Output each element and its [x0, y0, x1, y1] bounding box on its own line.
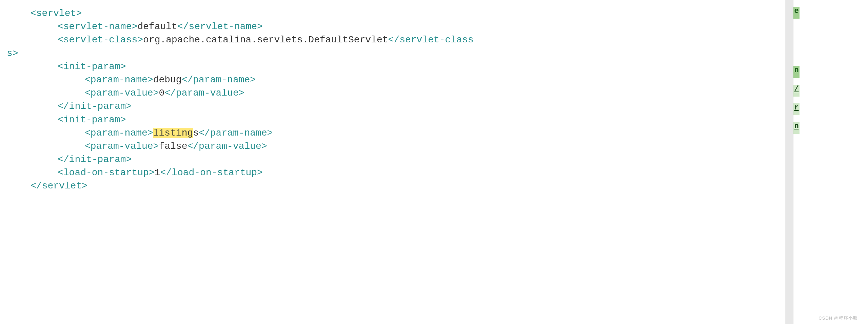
xml-tag: </servlet-class — [388, 35, 474, 45]
gutter-marker[interactable]: / — [793, 85, 800, 97]
xml-tag: <param-value> — [85, 88, 159, 98]
xml-tag: </param-value> — [187, 141, 267, 151]
xml-text: org.apache.catalina.servlets.DefaultServ… — [143, 35, 388, 45]
xml-text: 0 — [159, 88, 164, 98]
gutter-marker[interactable]: r — [793, 103, 800, 115]
xml-text: s — [193, 128, 199, 138]
gutter-marker[interactable]: n — [793, 66, 800, 78]
xml-text: debug — [153, 75, 182, 85]
gutter-marker[interactable]: n — [793, 122, 800, 134]
xml-tag: <param-name> — [85, 128, 153, 138]
xml-tag: <servlet> — [31, 8, 82, 19]
xml-text: false — [159, 141, 187, 151]
code-line: <param-name>debug</param-name> — [3, 73, 782, 86]
gutter-marker[interactable]: e — [793, 7, 800, 19]
xml-tag: </param-value> — [164, 88, 244, 98]
code-line: </init-param> — [3, 153, 782, 166]
xml-text: default — [137, 21, 177, 32]
overview-ruler[interactable]: e n / r n — [793, 0, 800, 324]
code-line: <servlet-name>default</servlet-name> — [3, 20, 782, 33]
code-line: <load-on-startup>1</load-on-startup> — [3, 166, 782, 179]
xml-tag: <load-on-startup> — [58, 167, 155, 178]
xml-tag: </init-param> — [58, 101, 132, 112]
xml-tag: <param-name> — [85, 75, 153, 85]
xml-tag: </load-on-startup> — [160, 167, 262, 178]
code-line: <param-name>listings</param-name> — [3, 126, 782, 140]
xml-tag: </param-name> — [199, 128, 273, 138]
code-line: </servlet> — [3, 179, 782, 193]
code-line: <servlet> — [3, 7, 782, 20]
xml-tag: <servlet-class> — [58, 35, 143, 45]
code-line: <param-value>false</param-value> — [3, 140, 782, 153]
xml-tag: s> — [7, 48, 18, 59]
watermark-text: CSDN @程序小照 — [818, 315, 858, 321]
code-line: <servlet-class>org.apache.catalina.servl… — [3, 33, 782, 46]
code-line: </init-param> — [3, 100, 782, 113]
xml-tag: </servlet-name> — [177, 21, 263, 32]
xml-tag: </init-param> — [58, 154, 132, 165]
xml-tag: <init-param> — [58, 115, 126, 125]
xml-tag: </servlet> — [31, 181, 87, 191]
code-line-wrapped: s> — [3, 47, 782, 60]
xml-text-highlighted: listing — [153, 128, 193, 138]
code-line: <init-param> — [3, 60, 782, 73]
vertical-scrollbar[interactable] — [785, 0, 793, 324]
xml-tag: <servlet-name> — [58, 21, 137, 32]
code-line: <init-param> — [3, 113, 782, 126]
xml-text: 1 — [155, 167, 160, 178]
xml-tag: <init-param> — [58, 61, 126, 72]
xml-tag: </param-name> — [182, 75, 256, 85]
code-line: <param-value>0</param-value> — [3, 86, 782, 100]
xml-tag: <param-value> — [85, 141, 159, 151]
code-editor[interactable]: <servlet> <servlet-name>default</servlet… — [0, 0, 785, 324]
